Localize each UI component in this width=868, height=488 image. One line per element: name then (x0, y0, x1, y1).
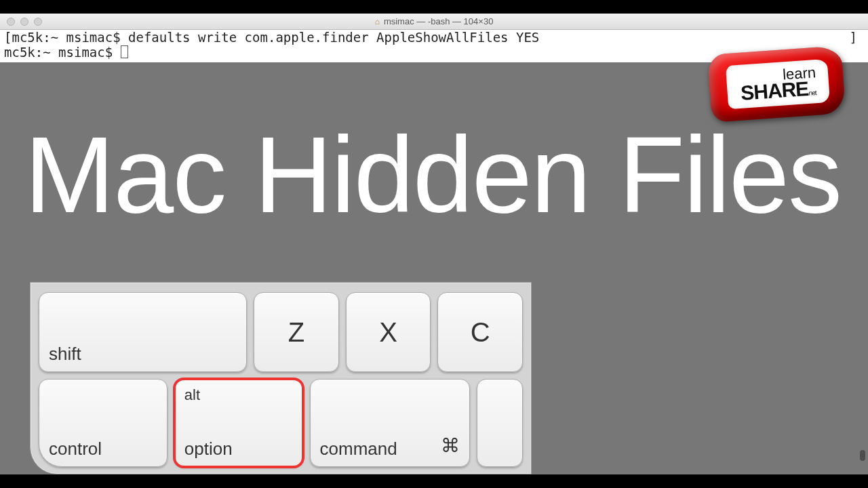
key-control[interactable]: control (39, 379, 167, 467)
key-label: control (49, 439, 157, 460)
key-label: Z (288, 317, 304, 348)
keyboard-row-1: shift Z X C (39, 292, 523, 372)
window-title: ⌂ msimac — -bash — 104×30 (0, 16, 868, 26)
command-symbol-icon: ⌘ (441, 434, 460, 457)
line1-open-bracket: [ (4, 30, 12, 45)
key-label: shift (49, 344, 237, 365)
keyboard-row-2: control alt option command ⌘ (39, 379, 523, 467)
key-z[interactable]: Z (254, 292, 339, 372)
line1-close-bracket: ] (850, 30, 857, 45)
key-label: C (471, 317, 490, 348)
key-label: command (320, 439, 460, 460)
key-shift[interactable]: shift (39, 292, 247, 372)
window-title-text: msimac — -bash — 104×30 (384, 16, 493, 26)
key-label: option (184, 439, 293, 460)
key-upper-label: alt (184, 386, 200, 404)
logo-suffix: net (808, 89, 816, 97)
key-c[interactable]: C (437, 292, 523, 372)
vertical-scrollbar[interactable] (859, 30, 867, 473)
terminal-line-2: mc5k:~ msimac$ (4, 45, 121, 60)
key-x[interactable]: X (346, 292, 431, 372)
logo-inner: learn SHAREnet (726, 59, 830, 109)
home-icon: ⌂ (375, 17, 380, 26)
window-titlebar: ⌂ msimac — -bash — 104×30 (0, 14, 868, 30)
letterbox-bottom (0, 474, 868, 488)
key-command[interactable]: command ⌘ (310, 379, 471, 467)
logo-line-2: SHAREnet (740, 79, 816, 103)
key-option[interactable]: alt option (174, 379, 303, 467)
key-blank[interactable] (477, 379, 523, 467)
key-label: X (379, 317, 397, 348)
terminal-line-1: mc5k:~ msimac$ defaults write com.apple.… (12, 30, 539, 45)
cursor-icon (121, 45, 128, 58)
letterbox-top (0, 0, 868, 14)
scrollbar-thumb[interactable] (860, 450, 865, 461)
brand-logo: learn SHAREnet (705, 43, 848, 125)
overlay-title: Mac Hidden Files (24, 121, 854, 229)
keyboard-panel: shift Z X C control alt option command ⌘ (30, 282, 532, 474)
